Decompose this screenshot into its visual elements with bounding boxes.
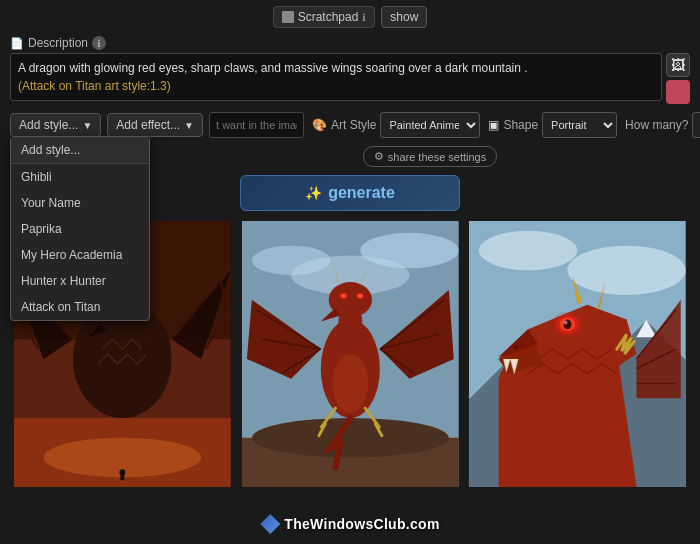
generate-button[interactable]: ✨ generate (240, 175, 460, 211)
add-effect-arrow-icon: ▼ (184, 120, 194, 131)
optional-group (209, 112, 304, 138)
art-style-label: Art Style (331, 118, 376, 132)
description-display: A dragon with glowing red eyes, sharp cl… (10, 53, 662, 101)
shape-select[interactable]: Portrait Landscape Square (542, 112, 617, 138)
add-effect-button[interactable]: Add effect... ▼ (107, 113, 203, 137)
svg-point-25 (341, 294, 346, 298)
style-item-ghibli[interactable]: Ghibli (11, 164, 149, 190)
art-style-select[interactable]: Painted Anime Realistic Sketch Watercolo… (380, 112, 480, 138)
desc-file-icon: 📄 (10, 37, 24, 50)
shape-group: ▣ Shape Portrait Landscape Square (488, 112, 617, 138)
style-dropdown-menu: Add style... Ghibli Your Name Paprika My… (10, 136, 150, 321)
shape-label: Shape (503, 118, 538, 132)
add-effect-label: Add effect... (116, 118, 180, 132)
controls-row: Add style... ▼ Add effect... ▼ Add style… (0, 108, 700, 142)
description-wrapper: A dragon with glowing red eyes, sharp cl… (10, 53, 690, 104)
description-section: 📄 Description ℹ A dragon with glowing re… (0, 34, 700, 108)
how-many-label: How many? (625, 118, 688, 132)
enhance-icon-btn[interactable]: 🖼 (666, 53, 690, 77)
add-style-arrow-icon: ▼ (82, 120, 92, 131)
scratchpad-icon (282, 11, 294, 23)
svg-point-37 (552, 312, 584, 338)
style-item-my-hero-academia[interactable]: My Hero Academia (11, 242, 149, 268)
gallery-image-2[interactable] (238, 221, 463, 487)
style-item-hunter-x-hunter[interactable]: Hunter x Hunter (11, 268, 149, 294)
scratchpad-label: Scratchpad (298, 10, 359, 24)
svg-point-31 (568, 246, 686, 295)
how-many-group: How many? 1 2 3 4 (625, 112, 700, 138)
style-dropdown-header[interactable]: Add style... (11, 137, 149, 164)
right-options: 🎨 Art Style Painted Anime Realistic Sket… (209, 112, 700, 138)
style-item-paprika[interactable]: Paprika (11, 216, 149, 242)
optional-input[interactable] (209, 112, 304, 138)
pink-action-btn[interactable] (666, 80, 690, 104)
top-bar: Scratchpad ℹ show (0, 0, 700, 34)
share-settings-button[interactable]: ⚙ share these settings (363, 146, 497, 167)
description-label: 📄 Description ℹ (10, 36, 690, 50)
description-info-icon[interactable]: ℹ (92, 36, 106, 50)
scratchpad-button[interactable]: Scratchpad ℹ (273, 6, 376, 28)
art-style-icon: 🎨 (312, 118, 327, 132)
generate-label: generate (328, 184, 395, 202)
art-style-group: 🎨 Art Style Painted Anime Realistic Sket… (312, 112, 480, 138)
svg-point-30 (479, 231, 578, 270)
svg-point-32 (514, 345, 520, 349)
style-item-your-name[interactable]: Your Name (11, 190, 149, 216)
share-icon: ⚙ (374, 150, 384, 163)
svg-point-20 (251, 418, 448, 457)
add-style-button[interactable]: Add style... ▼ (10, 113, 101, 137)
share-label: share these settings (388, 151, 486, 163)
enhance-icon: 🖼 (671, 57, 685, 73)
watermark-logo-icon (260, 514, 280, 534)
desc-label-text: Description (28, 36, 88, 50)
add-style-label: Add style... (19, 118, 78, 132)
desc-main-text: A dragon with glowing red eyes, sharp cl… (18, 59, 654, 77)
style-item-attack-on-titan[interactable]: Attack on Titan (11, 294, 149, 320)
side-icons: 🖼 (666, 53, 690, 104)
sparkle-icon: ✨ (305, 185, 322, 201)
scratchpad-info-icon: ℹ (362, 12, 366, 23)
svg-rect-14 (120, 472, 124, 480)
gallery-image-3[interactable] (465, 221, 690, 487)
svg-point-28 (332, 354, 367, 413)
svg-point-27 (357, 294, 362, 298)
shape-icon: ▣ (488, 118, 499, 132)
desc-style-text: (Attack on Titan art style:1.3) (18, 77, 654, 95)
how-many-select[interactable]: 1 2 3 4 (692, 112, 700, 138)
watermark-text: TheWindowsClub.com (284, 516, 439, 532)
watermark: TheWindowsClub.com (0, 514, 700, 534)
show-button[interactable]: show (381, 6, 427, 28)
